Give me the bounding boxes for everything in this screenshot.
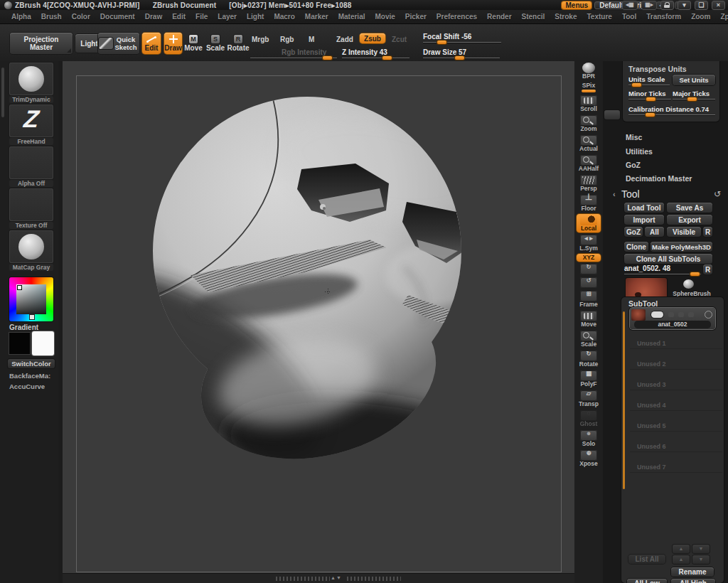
tool-reset-icon[interactable]: ↺ — [714, 189, 721, 199]
menu-item[interactable]: File — [196, 13, 208, 21]
rotate-button[interactable]: R Rotate — [228, 33, 249, 54]
zadd-button[interactable]: Zadd — [336, 36, 353, 43]
paint-toggle-icon[interactable] — [678, 312, 684, 317]
shelf-button[interactable] — [577, 277, 601, 289]
menu-item[interactable]: Draw — [145, 13, 162, 21]
left-slot[interactable]: TrimDynamic — [9, 63, 53, 103]
shelf-button[interactable]: Frame — [577, 290, 601, 309]
visible-button[interactable]: Visible — [667, 227, 701, 237]
shelf-button[interactable]: XYZ — [577, 254, 601, 262]
draw-button[interactable]: Draw — [164, 33, 182, 54]
move-button[interactable]: M Move — [184, 33, 203, 54]
palette-utilities[interactable]: Utilities — [626, 147, 653, 156]
shelf-button[interactable]: Scroll — [577, 95, 601, 113]
color-gradient-square[interactable] — [16, 284, 46, 314]
collapse-arrow-icon[interactable]: ‹ — [613, 190, 616, 198]
make-polymesh3d-button[interactable]: Make PolyMesh3D — [651, 242, 712, 252]
left-scrollbar[interactable] — [1, 68, 4, 117]
subtool-up-button[interactable]: ▲ — [673, 545, 690, 553]
skull-sculpt[interactable] — [63, 60, 574, 583]
rename-button[interactable]: Rename — [671, 567, 714, 577]
menu-item[interactable]: Transform — [646, 13, 681, 21]
shelf-button[interactable]: BPR — [577, 62, 601, 80]
menu-item[interactable]: Picker — [405, 13, 427, 21]
sphere-brush-icon[interactable] — [683, 279, 694, 289]
load-tool-button[interactable]: Load Tool — [624, 203, 664, 213]
right-tray-icon[interactable]: ▦▸ — [641, 1, 657, 10]
document-canvas[interactable]: ▲▼ — [63, 60, 574, 583]
palette-decimation-master[interactable]: Decimation Master — [626, 174, 692, 183]
slot-thumbnail[interactable] — [9, 105, 53, 137]
slider-handle[interactable] — [437, 41, 446, 44]
shelf-button[interactable]: PolyF — [577, 370, 601, 388]
polypaint-icon[interactable] — [705, 311, 712, 319]
menu-item[interactable]: Edit — [172, 13, 186, 21]
shelf-button[interactable]: AAHalf — [577, 154, 601, 173]
unused-subtool-slot[interactable]: Unused 1 — [630, 338, 722, 349]
import-button[interactable]: Import — [624, 215, 664, 225]
menu-item[interactable]: Marker — [305, 13, 328, 21]
shelf-button[interactable]: Zoom — [577, 114, 601, 133]
shelf-button[interactable]: L.Sym — [577, 234, 601, 252]
menu-item[interactable]: Tool — [622, 13, 636, 21]
active-subtool-item[interactable]: anat_0502 — [630, 308, 715, 329]
shelf-button[interactable]: Actual — [577, 134, 601, 153]
goz-button[interactable]: GoZ — [624, 227, 643, 237]
menu-item[interactable]: Alpha — [11, 13, 31, 21]
palette-goz[interactable]: GoZ — [626, 161, 641, 169]
mrgb-button[interactable]: Mrgb — [252, 36, 269, 43]
menu-item[interactable]: Preferences — [437, 13, 477, 21]
shelf-button[interactable]: Ghost — [577, 410, 601, 428]
slider-handle[interactable] — [323, 56, 332, 60]
menu-item[interactable]: Zoom — [691, 13, 710, 21]
menu-item[interactable]: Material — [338, 13, 365, 21]
zcut-button[interactable]: Zcut — [392, 36, 407, 43]
tray-hatch-left[interactable] — [276, 577, 330, 581]
menu-item[interactable]: Light — [247, 13, 264, 21]
tray-resize-arrows[interactable]: ▲▼ — [331, 575, 342, 580]
color-picker[interactable] — [9, 277, 53, 321]
tray-hatch-right[interactable] — [347, 577, 401, 581]
subtool-bottom-button[interactable]: ▼ — [692, 555, 710, 564]
unused-subtool-slot[interactable]: Unused 4 — [630, 400, 722, 411]
shelf-button[interactable]: SPix — [577, 82, 601, 93]
tool-slider[interactable]: anat_0502. 48 — [624, 265, 701, 275]
slot-thumbnail[interactable] — [9, 63, 53, 95]
all-button[interactable]: All — [645, 227, 664, 237]
slider-handle[interactable] — [646, 97, 655, 101]
menus-button[interactable]: Menus — [562, 1, 592, 9]
unused-subtool-slot[interactable]: Unused 5 — [630, 421, 722, 432]
sculpt-toggle-icon[interactable] — [668, 312, 674, 317]
main-color-swatch[interactable] — [9, 333, 30, 354]
slot-thumbnail[interactable] — [9, 146, 53, 179]
shelf-button[interactable]: Scale — [577, 330, 601, 348]
set-units-button[interactable]: Set Units — [673, 75, 715, 85]
unused-subtool-slot[interactable]: Unused 6 — [630, 442, 722, 452]
all-low-button[interactable]: All Low — [627, 579, 667, 583]
slider-handle[interactable] — [690, 272, 700, 276]
eye-visibility-icon[interactable] — [651, 311, 663, 318]
close-button[interactable]: × — [712, 1, 725, 10]
focal-shift-slider[interactable]: Focal Shift -56 — [423, 33, 501, 43]
left-slot[interactable]: Alpha Off — [9, 146, 53, 187]
r-button-2[interactable]: R — [703, 264, 712, 274]
minor-ticks-slider[interactable]: Minor Ticks — [628, 90, 671, 100]
shelf-button[interactable]: Solo — [577, 429, 601, 448]
draw-size-slider[interactable]: Draw Size 57 — [423, 49, 500, 59]
units-scale-slider[interactable]: Units Scale — [628, 76, 670, 86]
gradient-label[interactable]: Gradient — [9, 323, 38, 331]
menu-item[interactable]: Stroke — [555, 13, 577, 21]
slot-thumbnail[interactable] — [9, 230, 53, 263]
left-tray-icon[interactable]: ◂▦ — [622, 1, 638, 10]
zsub-button[interactable]: Zsub — [360, 33, 385, 43]
shelf-button[interactable]: Persp — [577, 174, 601, 193]
menu-item[interactable]: Texture — [587, 13, 611, 21]
edit-button[interactable]: Edit — [142, 33, 161, 54]
projection-master-button[interactable]: Projection Master — [10, 33, 73, 54]
menu-item[interactable]: Brush — [41, 13, 62, 21]
left-slot[interactable]: FreeHand — [9, 105, 53, 145]
all-high-button[interactable]: All High — [671, 579, 715, 583]
subtool-scrollbar[interactable] — [623, 311, 625, 489]
left-slot[interactable]: Texture Off — [9, 188, 53, 229]
slot-thumbnail[interactable] — [9, 188, 53, 221]
